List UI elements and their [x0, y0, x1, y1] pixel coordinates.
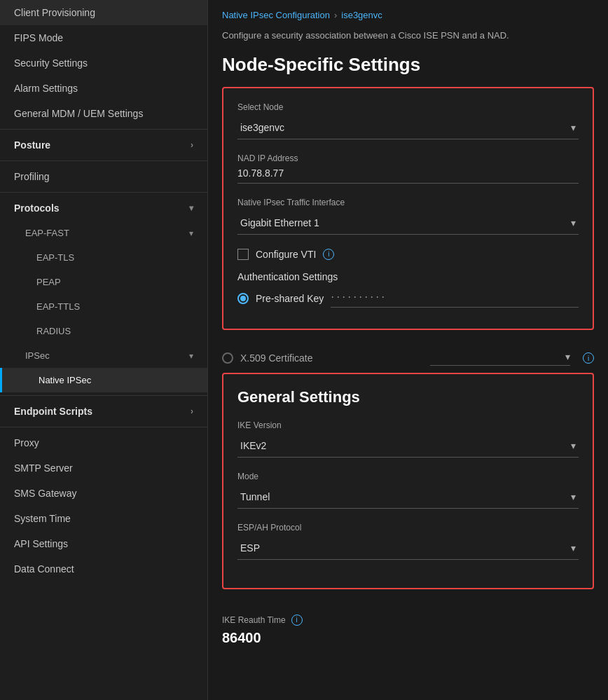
node-specific-title: Node-Specific Settings [208, 54, 608, 87]
nad-ip-group: NAD IP Address 10.78.8.77 [237, 153, 579, 184]
sidebar-item-peap[interactable]: PEAP [0, 270, 207, 294]
sidebar-item-data-connect[interactable]: Data Connect [0, 556, 207, 582]
esp-ah-group: ESP/AH Protocol ESP ▾ [237, 523, 579, 560]
ike-version-chevron-icon: ▾ [571, 440, 576, 451]
ike-reauth-value: 86400 [222, 630, 261, 646]
configure-vti-label: Configure VTI [256, 249, 316, 260]
ike-reauth-section: IKE Reauth Time i 86400 [208, 603, 608, 657]
configure-vti-row: Configure VTI i [237, 249, 579, 260]
x509-label: X.509 Certificate [240, 352, 423, 364]
sidebar-item-ipsec[interactable]: IPSec ▾ [0, 343, 207, 368]
esp-ah-dropdown[interactable]: ESP ▾ [237, 537, 579, 560]
pre-shared-key-input[interactable]: ·········· [331, 289, 579, 308]
endpoint-scripts-chevron-icon: › [191, 406, 193, 416]
x509-dropdown[interactable]: ▾ [430, 351, 570, 366]
sidebar-item-eap-fast[interactable]: EAP-FAST ▾ [0, 221, 207, 245]
sidebar-item-smtp-server[interactable]: SMTP Server [0, 455, 207, 481]
protocols-chevron-icon: ▾ [189, 203, 193, 213]
breadcrumb-separator: › [334, 10, 337, 20]
sidebar-item-fips-mode[interactable]: FIPS Mode [0, 25, 207, 50]
eap-fast-chevron-icon: ▾ [189, 228, 193, 238]
select-node-chevron-icon: ▾ [571, 122, 576, 133]
sidebar: Client Provisioning FIPS Mode Security S… [0, 0, 208, 700]
breadcrumb: Native IPsec Configuration › ise3genvc [208, 0, 608, 26]
ike-reauth-info-icon[interactable]: i [291, 615, 303, 626]
mode-chevron-icon: ▾ [571, 491, 576, 502]
general-settings-box: General Settings IKE Version IKEv2 ▾ Mod… [222, 373, 594, 589]
x509-chevron-icon: ▾ [565, 351, 570, 362]
sidebar-item-system-time[interactable]: System Time [0, 506, 207, 531]
select-node-dropdown[interactable]: ise3genvc ▾ [237, 116, 579, 139]
pre-shared-key-row: Pre-shared Key ·········· [237, 289, 579, 308]
sidebar-item-api-settings[interactable]: API Settings [0, 531, 207, 556]
sidebar-item-endpoint-scripts[interactable]: Endpoint Scripts › [0, 399, 207, 424]
mode-value: Tunnel [240, 491, 270, 502]
mode-label: Mode [237, 472, 579, 481]
general-settings-title: General Settings [237, 388, 579, 406]
sidebar-item-sms-gateway[interactable]: SMS Gateway [0, 481, 207, 506]
sidebar-item-radius[interactable]: RADIUS [0, 319, 207, 343]
x509-radio[interactable] [222, 352, 233, 364]
ike-version-value: IKEv2 [240, 440, 266, 451]
esp-ah-value: ESP [240, 542, 260, 554]
ipsec-chevron-icon: ▾ [189, 351, 193, 361]
sidebar-item-posture[interactable]: Posture › [0, 132, 207, 158]
main-content: Native IPsec Configuration › ise3genvc C… [208, 0, 608, 700]
x509-row: X.509 Certificate ▾ i [208, 344, 608, 373]
page-description: Configure a security association between… [208, 26, 608, 54]
sidebar-item-eap-ttls[interactable]: EAP-TTLS [0, 294, 207, 319]
sidebar-item-profiling[interactable]: Profiling [0, 164, 207, 189]
traffic-interface-chevron-icon: ▾ [571, 217, 576, 228]
x509-info-icon[interactable]: i [583, 352, 594, 364]
sidebar-item-proxy[interactable]: Proxy [0, 430, 207, 455]
select-node-value: ise3genvc [240, 122, 284, 133]
sidebar-item-alarm-settings[interactable]: Alarm Settings [0, 76, 207, 101]
sidebar-item-client-provisioning[interactable]: Client Provisioning [0, 0, 207, 25]
ike-reauth-label: IKE Reauth Time [222, 615, 286, 625]
auth-settings-label: Authentication Settings [237, 271, 579, 282]
ike-version-label: IKE Version [237, 420, 579, 430]
traffic-interface-label: Native IPsec Traffic Interface [237, 198, 579, 207]
pre-shared-key-radio[interactable] [237, 293, 249, 304]
node-specific-settings-box: Select Node ise3genvc ▾ NAD IP Address 1… [222, 87, 594, 330]
traffic-interface-group: Native IPsec Traffic Interface Gigabit E… [237, 198, 579, 235]
sidebar-item-protocols[interactable]: Protocols ▾ [0, 195, 207, 221]
sidebar-item-general-mdm[interactable]: General MDM / UEM Settings [0, 101, 207, 126]
sidebar-item-eap-tls[interactable]: EAP-TLS [0, 245, 207, 270]
pre-shared-key-label: Pre-shared Key [256, 293, 324, 304]
breadcrumb-current: ise3genvc [341, 10, 382, 20]
configure-vti-info-icon[interactable]: i [323, 249, 334, 260]
traffic-interface-dropdown[interactable]: Gigabit Ethernet 1 ▾ [237, 212, 579, 235]
nad-ip-value: 10.78.8.77 [237, 167, 579, 184]
mode-dropdown[interactable]: Tunnel ▾ [237, 486, 579, 509]
nad-ip-label: NAD IP Address [237, 153, 579, 163]
configure-vti-checkbox[interactable] [237, 249, 249, 260]
esp-ah-label: ESP/AH Protocol [237, 523, 579, 533]
mode-group: Mode Tunnel ▾ [237, 472, 579, 509]
select-node-group: Select Node ise3genvc ▾ [237, 102, 579, 139]
breadcrumb-parent-link[interactable]: Native IPsec Configuration [222, 10, 330, 20]
traffic-interface-value: Gigabit Ethernet 1 [240, 217, 319, 228]
sidebar-item-security-settings[interactable]: Security Settings [0, 50, 207, 76]
ike-version-dropdown[interactable]: IKEv2 ▾ [237, 434, 579, 458]
sidebar-item-native-ipsec[interactable]: Native IPSec [0, 368, 207, 392]
posture-chevron-icon: › [191, 140, 193, 150]
select-node-label: Select Node [237, 102, 579, 112]
esp-ah-chevron-icon: ▾ [571, 542, 576, 554]
ike-version-group: IKE Version IKEv2 ▾ [237, 420, 579, 458]
